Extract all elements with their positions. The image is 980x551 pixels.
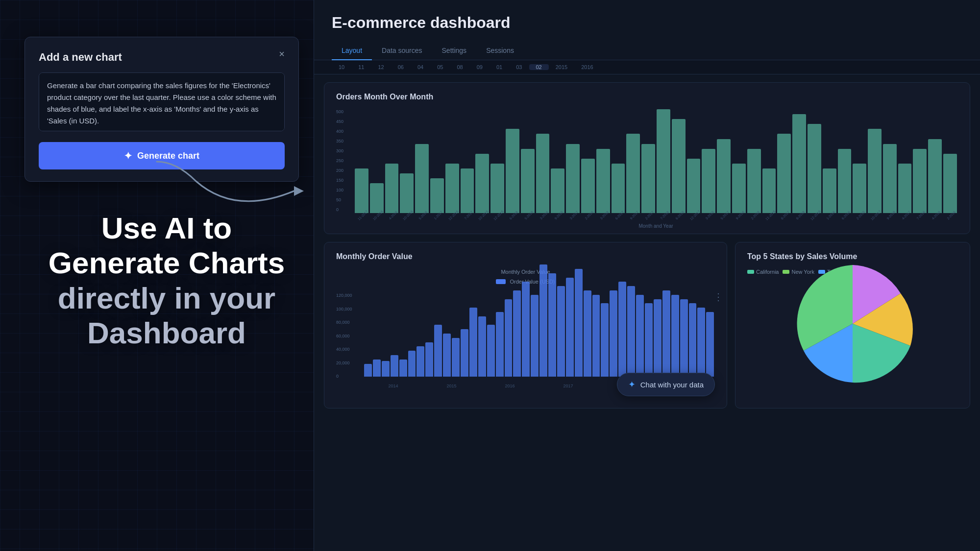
sparkle-icon: ✦ [124, 150, 132, 162]
y-label-450: 450 [336, 119, 351, 124]
order-bar [521, 149, 535, 213]
monthly-bar [618, 282, 626, 377]
timeline-12: 12 [371, 64, 391, 70]
tab-data-sources[interactable]: Data sources [372, 42, 432, 60]
monthly-value-chart-card: Monthly Order Value Monthly Order Value … [324, 242, 727, 408]
order-bar [400, 173, 414, 213]
timeline-03: 03 [509, 64, 529, 70]
timeline-2016: 2016 [574, 64, 600, 70]
order-bar [853, 164, 866, 213]
monthly-bar [654, 299, 662, 377]
monthly-bar [575, 269, 583, 377]
monthly-bar [513, 290, 521, 377]
monthly-bar [487, 325, 495, 377]
pie-chart-container [747, 280, 958, 368]
y-label-50: 50 [336, 197, 351, 202]
monthly-bar [469, 308, 477, 377]
dashboard-panel: E-commerce dashboard Layout Data sources… [314, 0, 980, 551]
monthly-bar [627, 286, 635, 377]
order-bar [385, 164, 399, 213]
monthly-y-axis: 0 20,000 40,000 60,000 80,000 100,000 12… [336, 293, 363, 379]
monthly-bar [697, 308, 705, 377]
tab-sessions[interactable]: Sessions [476, 42, 524, 60]
order-bar [536, 134, 550, 213]
monthly-bar [399, 359, 407, 377]
dashboard-title: E-commerce dashboard [332, 14, 962, 32]
left-panel: Add a new chart × Generate a bar chart c… [0, 0, 323, 551]
order-bar [581, 159, 595, 213]
order-bar [596, 149, 610, 213]
monthly-legend-color [496, 279, 506, 284]
tab-settings[interactable]: Settings [432, 42, 477, 60]
monthly-bar [522, 282, 530, 377]
legend-california: California [747, 269, 779, 275]
order-bar [551, 168, 564, 213]
more-menu-button[interactable]: ⋮ [713, 291, 723, 303]
monthly-bars-container [363, 290, 715, 377]
order-bar [883, 144, 897, 213]
y-label-100: 100 [336, 188, 351, 192]
order-bar [717, 139, 731, 213]
order-bar [641, 144, 655, 213]
timeline-bar: 10 11 12 06 04 05 08 09 01 03 02 2015 20… [314, 60, 980, 74]
pie-chart-svg [789, 260, 916, 387]
order-bar [566, 144, 580, 213]
tab-layout[interactable]: Layout [332, 42, 372, 60]
monthly-bar [391, 355, 398, 377]
california-legend-color [747, 270, 754, 274]
promo-line3: directly in your [58, 281, 275, 315]
monthly-bar [452, 338, 460, 377]
dashboard-header: E-commerce dashboard Layout Data sources… [314, 0, 980, 60]
dialog-close-button[interactable]: × [275, 47, 289, 61]
svg-marker-0 [294, 186, 304, 196]
order-bar [943, 154, 957, 213]
dashboard-tabs: Layout Data sources Settings Sessions [332, 42, 962, 60]
y-label-350: 350 [336, 139, 351, 144]
order-bar [808, 124, 821, 213]
order-bar [823, 168, 836, 213]
order-bar [928, 139, 942, 213]
monthly-bar [416, 346, 424, 377]
order-bar [461, 168, 474, 213]
order-bar [445, 164, 459, 213]
monthly-bar [382, 361, 390, 377]
monthly-bar [539, 264, 547, 377]
chat-with-data-button[interactable]: ✦ Chat with your data [617, 373, 715, 396]
timeline-10: 10 [332, 64, 351, 70]
monthly-bar [566, 278, 574, 377]
top-states-chart-card: Top 5 States by Sales Volume California … [735, 242, 970, 408]
order-bar [898, 164, 912, 213]
order-bar [612, 164, 625, 213]
order-bar [747, 149, 761, 213]
monthly-bar [601, 303, 609, 377]
dialog-title: Add a new chart [39, 51, 285, 64]
timeline-09: 09 [470, 64, 490, 70]
monthly-bar [636, 295, 644, 377]
timeline-05: 05 [430, 64, 450, 70]
monthly-bar [443, 334, 451, 377]
order-bar [490, 164, 504, 213]
chart-description-input[interactable]: Generate a bar chart comparing the sales… [39, 72, 285, 131]
timeline-06a: 06 [391, 64, 411, 70]
order-bar [913, 149, 927, 213]
monthly-bar [461, 329, 468, 377]
y-label-250: 250 [336, 158, 351, 163]
order-bar [475, 154, 489, 213]
order-bar [777, 134, 791, 213]
y-axis: 0 50 100 150 200 250 300 350 400 450 500 [336, 109, 354, 212]
y-label-0: 0 [336, 207, 351, 212]
orders-chart-title: Orders Month Over Month [336, 93, 433, 101]
monthly-bar [645, 303, 653, 377]
monthly-bar [689, 303, 697, 377]
monthly-value-subtitle: Monthly Order Value [336, 269, 715, 275]
x-axis-title: Month and Year [638, 223, 673, 229]
promo-line2: Generate Charts [49, 246, 285, 280]
monthly-bar [408, 351, 416, 377]
monthly-bar [584, 290, 591, 377]
timeline-01: 01 [490, 64, 509, 70]
order-bar [762, 168, 776, 213]
monthly-bar [425, 342, 433, 377]
order-bar [672, 119, 686, 213]
monthly-bar [557, 286, 565, 377]
monthly-bar [662, 290, 670, 377]
